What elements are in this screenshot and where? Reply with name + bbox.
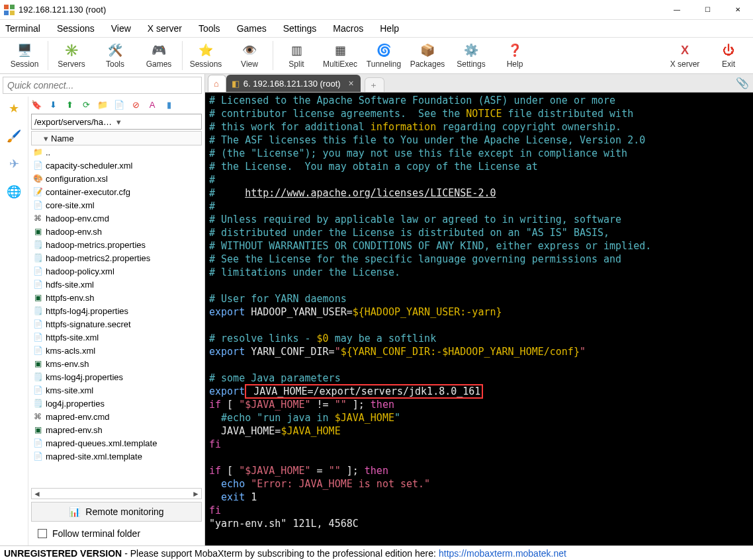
session-button[interactable]: 🖥️Session — [3, 38, 46, 73]
file-item[interactable]: 🎨configuration.xsl — [31, 172, 202, 185]
file-item[interactable]: 🗒️log4j.properties — [31, 397, 202, 410]
file-name: configuration.xsl — [46, 174, 108, 184]
checkbox-icon[interactable] — [38, 529, 47, 538]
tunneling-button[interactable]: 🌀Tunneling — [362, 38, 406, 73]
newfolder-icon[interactable]: 📁 — [97, 99, 108, 110]
menu-settings[interactable]: Settings — [281, 22, 320, 35]
horizontal-scrollbar[interactable]: ◄► — [31, 488, 202, 499]
file-item[interactable]: 📄mapred-site.xml.template — [31, 450, 202, 463]
sftp-header[interactable]: ▾Name — [31, 131, 202, 145]
tools-button[interactable]: 🛠️Tools — [93, 38, 137, 73]
file-item[interactable]: 📄kms-acls.xml — [31, 344, 202, 357]
view-button[interactable]: 👁️View — [228, 38, 271, 73]
file-item[interactable]: ⌘hadoop-env.cmd — [31, 212, 202, 225]
newfile-icon[interactable]: 📄 — [114, 99, 124, 110]
terminal-tab-icon: ◧ — [232, 79, 240, 89]
file-item[interactable]: ▣mapred-env.sh — [31, 423, 202, 436]
sftp-path-input[interactable]: /export/servers/hadoop-2.7.4/et ▾ — [31, 114, 202, 130]
file-icon: 📄 — [32, 160, 43, 171]
monitor-icon: 📊 — [69, 506, 80, 517]
paperclip-icon[interactable]: 📎 — [736, 77, 749, 89]
tools-icon: 🛠️ — [107, 42, 123, 58]
bookmark-icon[interactable]: 🔖 — [31, 99, 42, 110]
star-icon[interactable]: ★ — [6, 100, 22, 116]
file-item[interactable]: 📄kms-site.xml — [31, 383, 202, 397]
xserver-button[interactable]: XX server — [663, 38, 707, 73]
file-icon: 📄 — [32, 345, 43, 356]
close-button[interactable]: ✕ — [723, 0, 753, 20]
file-item[interactable]: 🗒️hadoop-metrics.properties — [31, 238, 202, 251]
menu-sessions[interactable]: Sessions — [54, 22, 97, 35]
menu-bar: Terminal Sessions View X server Tools Ga… — [0, 20, 753, 37]
side-icon-bar: ★ 🖌️ ✈ 🌐 — [0, 97, 28, 545]
menu-tools[interactable]: Tools — [196, 22, 223, 35]
split-button[interactable]: ▥Split — [275, 38, 318, 73]
delete-icon[interactable]: ⊘ — [130, 99, 141, 110]
sessions-button[interactable]: ⭐Sessions — [184, 38, 228, 73]
tunnel-icon: 🌀 — [376, 42, 392, 58]
file-item[interactable]: 📄hdfs-site.xml — [31, 278, 202, 291]
path-dropdown-icon[interactable]: ▾ — [115, 117, 199, 127]
file-item[interactable]: 📄mapred-queues.xml.template — [31, 436, 202, 450]
font-icon[interactable]: A — [147, 99, 157, 110]
file-name: httpfs-log4j.properties — [46, 306, 128, 316]
status-link[interactable]: https://mobaxterm.mobatek.net — [439, 548, 566, 559]
svg-rect-0 — [4, 5, 9, 9]
tab-close-icon[interactable]: × — [349, 78, 354, 89]
tab-session[interactable]: ◧ 6. 192.168.121.130 (root) × — [226, 75, 361, 92]
file-icon: 🎨 — [32, 173, 43, 184]
file-name: mapred-queues.xml.template — [46, 438, 157, 448]
file-item[interactable]: 📄capacity-scheduler.xml — [31, 159, 202, 172]
remote-monitoring-button[interactable]: 📊Remote monitoring — [31, 502, 202, 522]
file-item[interactable]: ⌘mapred-env.cmd — [31, 410, 202, 423]
file-item[interactable]: ▣kms-env.sh — [31, 357, 202, 370]
upload-icon[interactable]: ⬆ — [64, 99, 75, 110]
packages-icon: 📦 — [420, 42, 435, 58]
file-item[interactable]: 📝container-executor.cfg — [31, 185, 202, 198]
servers-button[interactable]: ✳️Servers — [50, 38, 93, 73]
multiexec-button[interactable]: ▦MultiExec — [318, 38, 362, 73]
menu-macros[interactable]: Macros — [330, 22, 366, 35]
menu-terminal[interactable]: Terminal — [3, 22, 43, 35]
tab-new[interactable]: ＋ — [365, 77, 384, 92]
file-icon: 🗒️ — [32, 305, 43, 316]
packages-button[interactable]: 📦Packages — [406, 38, 449, 73]
globe-icon[interactable]: 🌐 — [6, 184, 22, 200]
file-item[interactable]: 📄httpfs-site.xml — [31, 331, 202, 344]
games-button[interactable]: 🎮Games — [137, 38, 181, 73]
file-name: kms-site.xml — [46, 385, 93, 395]
exit-button[interactable]: ⏻Exit — [707, 38, 750, 73]
follow-terminal-toggle[interactable]: Follow terminal folder — [31, 524, 202, 543]
tab-home[interactable]: ⌂ — [208, 75, 226, 92]
multiexec-icon: ▦ — [332, 42, 348, 58]
minimize-button[interactable]: — — [662, 0, 692, 20]
file-item[interactable]: 📄httpfs-signature.secret — [31, 317, 202, 331]
terminal-view[interactable]: # Licensed to the Apache Software Founda… — [205, 93, 753, 545]
file-item[interactable]: 🗒️httpfs-log4j.properties — [31, 304, 202, 317]
file-item[interactable]: 🗒️hadoop-metrics2.properties — [31, 251, 202, 264]
send-icon[interactable]: ✈ — [6, 156, 22, 172]
file-item[interactable]: 📄core-site.xml — [31, 198, 202, 212]
brush-icon[interactable]: 🖌️ — [6, 128, 22, 144]
power-icon: ⏻ — [721, 42, 736, 58]
main-area: ⌂ ◧ 6. 192.168.121.130 (root) × ＋ 📎 # Li… — [205, 74, 753, 545]
menu-view[interactable]: View — [109, 22, 134, 35]
file-item[interactable]: 📄hadoop-policy.xml — [31, 264, 202, 278]
download-icon[interactable]: ⬇ — [48, 99, 58, 110]
file-icon: 📄 — [32, 279, 43, 290]
quick-connect-input[interactable] — [3, 77, 202, 94]
toggle-icon[interactable]: ▮ — [163, 99, 174, 110]
file-item[interactable]: 🗒️kms-log4j.properties — [31, 370, 202, 383]
menu-help[interactable]: Help — [377, 22, 402, 35]
file-item[interactable]: ▣httpfs-env.sh — [31, 291, 202, 304]
svg-rect-1 — [10, 5, 15, 9]
menu-games[interactable]: Games — [234, 22, 269, 35]
file-item[interactable]: ▣hadoop-env.sh — [31, 225, 202, 238]
help-button[interactable]: ❓Help — [493, 38, 537, 73]
menu-xserver[interactable]: X server — [145, 22, 185, 35]
maximize-button[interactable]: ☐ — [692, 0, 723, 20]
parent-folder[interactable]: 📁.. — [31, 145, 202, 159]
settings-button[interactable]: ⚙️Settings — [449, 38, 493, 73]
refresh-icon[interactable]: ⟳ — [81, 99, 91, 110]
sftp-file-list[interactable]: 📁.. 📄capacity-scheduler.xml🎨configuratio… — [31, 145, 202, 488]
